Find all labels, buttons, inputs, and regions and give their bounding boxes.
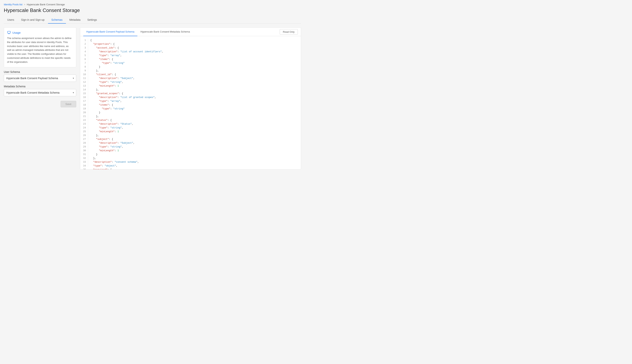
- code-line: "client_id": {: [90, 73, 301, 76]
- line-number: 9: [80, 69, 86, 73]
- code-line: "type": "string",: [90, 80, 301, 84]
- page-title: Hyperscale Bank Consent Storage: [4, 8, 301, 13]
- code-line: },: [90, 114, 301, 118]
- user-schema-select-wrapper: Hyperscale Bank Consent Payload Schema ▾: [4, 74, 76, 82]
- line-number: 13: [80, 84, 86, 88]
- metadata-schema-label: Metadata Schema: [4, 85, 76, 88]
- schema-viewer-tabs: Hyperscale Bank Consent Payload Schema H…: [80, 28, 301, 36]
- code-line: "description": "List of granted scopes",: [90, 96, 301, 99]
- line-number: 18: [80, 103, 86, 107]
- code-line: }: [90, 111, 301, 114]
- line-number: 1: [80, 38, 86, 42]
- metadata-schema-section: Metadata Schema Hyperscale Bank Consent …: [4, 85, 76, 96]
- tab-settings[interactable]: Settings: [84, 16, 100, 24]
- usage-card: Usage The schema assignment screen allow…: [4, 28, 76, 67]
- line-number: 8: [80, 65, 86, 69]
- code-line: }: [90, 65, 301, 69]
- line-number: 10: [80, 73, 86, 76]
- usage-text: The schema assignment screen allows the …: [7, 36, 73, 64]
- code-line: },: [90, 69, 301, 73]
- line-number: 24: [80, 126, 86, 130]
- code-line: "type": "string",: [90, 126, 301, 130]
- line-number: 34: [80, 164, 86, 168]
- line-number: 26: [80, 134, 86, 138]
- read-only-button[interactable]: Read Only: [280, 29, 298, 35]
- line-number: 31: [80, 152, 86, 156]
- code-line: "type": "array",: [90, 99, 301, 103]
- tab-sign-in-sign-up[interactable]: Sign-in and Sign-up: [18, 16, 48, 24]
- code-viewer: 1234567891011121314151617181920212223242…: [80, 36, 301, 169]
- svg-rect-0: [8, 31, 11, 33]
- line-number: 12: [80, 80, 86, 84]
- metadata-schema-select[interactable]: Hyperscale Bank Consent Metadata Schema: [4, 89, 76, 96]
- line-number: 19: [80, 107, 86, 111]
- line-number: 14: [80, 88, 86, 92]
- line-number: 25: [80, 130, 86, 134]
- code-line: "type": "array",: [90, 54, 301, 58]
- line-number: 27: [80, 138, 86, 141]
- breadcrumb-separator: >: [24, 3, 25, 6]
- code-line: "description": "consent schema",: [90, 160, 301, 164]
- line-number: 20: [80, 111, 86, 114]
- breadcrumb-parent-link[interactable]: Identity Pools list: [4, 3, 23, 6]
- line-number: 29: [80, 145, 86, 149]
- line-number: 4: [80, 50, 86, 54]
- info-icon: [7, 31, 11, 34]
- breadcrumb-current: Hyperscale Bank Consent Storage: [27, 3, 65, 6]
- user-schema-label: User Schema: [4, 70, 76, 74]
- code-line: "type": "string",: [90, 145, 301, 149]
- code-content: { "properties": { "account_ids": { "desc…: [88, 38, 301, 167]
- code-line: "description": "Subject",: [90, 141, 301, 145]
- usage-header: Usage: [7, 31, 73, 34]
- line-number: 15: [80, 92, 86, 96]
- breadcrumb: Identity Pools list > Hyperscale Bank Co…: [4, 3, 301, 6]
- code-line: "items": {: [90, 58, 301, 61]
- code-line: "description": "Subject",: [90, 76, 301, 80]
- left-panel: Usage The schema assignment screen allow…: [4, 28, 76, 107]
- code-line: "minLength": 1: [90, 84, 301, 88]
- line-number: 3: [80, 46, 86, 50]
- line-numbers: 1234567891011121314151617181920212223242…: [80, 38, 88, 167]
- code-line: "minLength": 1: [90, 130, 301, 134]
- schema-tab-payload[interactable]: Hyperscale Bank Consent Payload Schema: [83, 28, 137, 36]
- main-content: Usage The schema assignment screen allow…: [4, 28, 301, 170]
- schema-viewer-panel: Hyperscale Bank Consent Payload Schema H…: [80, 28, 301, 170]
- line-number: 7: [80, 61, 86, 65]
- code-line: {: [90, 38, 301, 42]
- line-number: 22: [80, 118, 86, 122]
- code-line: "subject": {: [90, 138, 301, 141]
- line-number: 5: [80, 54, 86, 58]
- code-line: "account_ids": {: [90, 46, 301, 50]
- user-schema-select[interactable]: Hyperscale Bank Consent Payload Schema: [4, 74, 76, 82]
- line-number: 30: [80, 149, 86, 152]
- metadata-schema-select-wrapper: Hyperscale Bank Consent Metadata Schema …: [4, 89, 76, 96]
- tab-schemas[interactable]: Schemas: [48, 16, 66, 24]
- code-line: },: [90, 134, 301, 138]
- schema-tab-metadata[interactable]: Hyperscale Bank Consent Metadata Schema: [137, 28, 193, 36]
- line-number: 23: [80, 122, 86, 126]
- line-number: 16: [80, 96, 86, 99]
- code-line: "type": "string": [90, 61, 301, 65]
- code-line: },: [90, 156, 301, 160]
- code-line: "items": {: [90, 103, 301, 107]
- usage-title: Usage: [12, 31, 21, 34]
- tab-users[interactable]: Users: [4, 16, 18, 24]
- line-number: 21: [80, 114, 86, 118]
- save-row: Save: [4, 101, 76, 107]
- line-number: 32: [80, 156, 86, 160]
- code-line: "description": "Status",: [90, 122, 301, 126]
- line-number: 6: [80, 58, 86, 61]
- code-line: "minLength": 1: [90, 149, 301, 152]
- code-line: }: [90, 152, 301, 156]
- code-line: "status": {: [90, 118, 301, 122]
- code-line: "properties": {: [90, 42, 301, 46]
- line-number: 35: [80, 168, 86, 169]
- tab-metadata[interactable]: Metadata: [66, 16, 84, 24]
- save-button[interactable]: Save: [61, 101, 76, 107]
- tabs-nav: Users Sign-in and Sign-up Schemas Metada…: [4, 16, 301, 24]
- line-number: 28: [80, 141, 86, 145]
- line-number: 17: [80, 99, 86, 103]
- code-line: "type": "string": [90, 107, 301, 111]
- code-line: "description": "List of account identifi…: [90, 50, 301, 54]
- code-line: "required": [: [90, 168, 301, 169]
